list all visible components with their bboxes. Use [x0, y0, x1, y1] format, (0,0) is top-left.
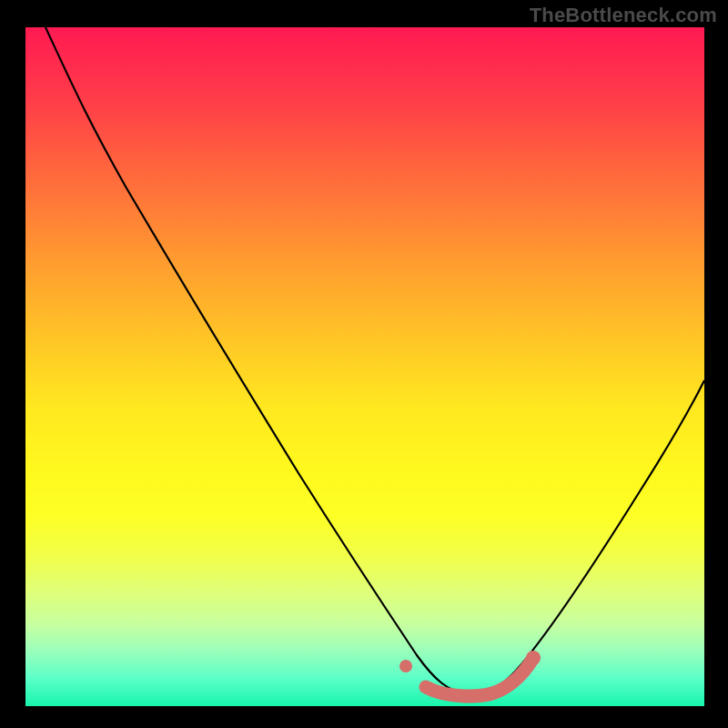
highlight-dot-left — [399, 660, 412, 672]
chart-overlay — [25, 27, 704, 706]
attribution-text: TheBottleneck.com — [530, 4, 717, 27]
chart-container: TheBottleneck.com — [0, 0, 728, 728]
highlight-band — [426, 658, 533, 696]
plot-area — [25, 27, 704, 706]
highlight-dot-right — [526, 651, 541, 665]
bottleneck-curve — [46, 27, 704, 693]
